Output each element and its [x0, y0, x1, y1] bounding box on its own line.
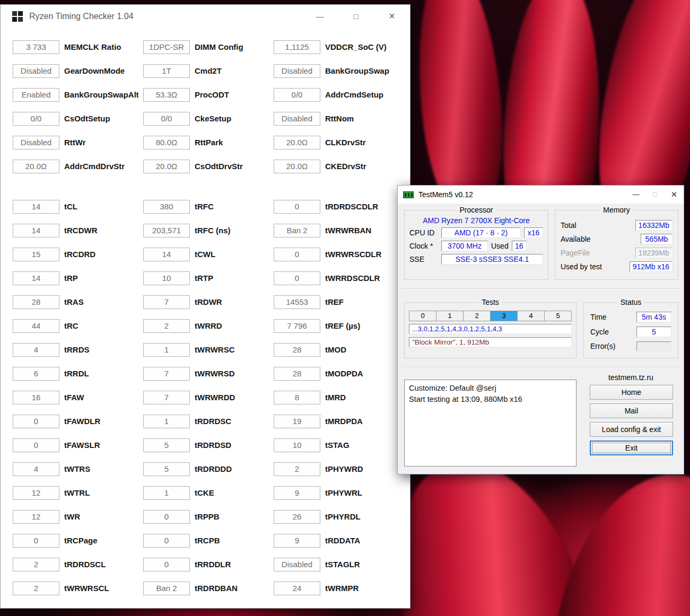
timing-value-trrddlr: 0 — [143, 558, 190, 571]
timing-value-twtrl: 12 — [13, 486, 59, 500]
config-label-vddcr-soc-v: VDDCR_SoC (V) — [325, 40, 399, 54]
timing-label-trrds: tRRDS — [64, 343, 138, 357]
minimize-button[interactable]: — — [626, 186, 645, 204]
config-value-procodt: 53.3Ω — [143, 88, 190, 102]
timing-label-tras: tRAS — [64, 295, 138, 309]
timing-label-tmrdpda: tMRDPDA — [325, 415, 399, 428]
timing-value-trcpb: 0 — [143, 534, 190, 548]
timing-label-twrwrban: tWRWRBAN — [325, 224, 399, 237]
memory-row-total: Total16332Mb — [561, 220, 672, 231]
close-button[interactable]: ✕ — [665, 186, 684, 204]
config-label-dimm-config: DIMM Config — [195, 40, 269, 54]
tm5-body: Processor AMD Ryzen 7 2700X Eight-Core C… — [398, 204, 684, 474]
timing-label-trcpage: tRCPage — [64, 534, 138, 548]
action-buttons: HomeMailLoad config & exitExit — [584, 385, 678, 455]
timing-label-trdrdscl: tRDRDSCL — [64, 558, 138, 571]
timing-value-twrwrban: Ban 2 — [274, 224, 320, 237]
timing-value-trp: 14 — [13, 271, 59, 285]
timing-value-trfc: 380 — [143, 200, 190, 214]
config-value-vddcr-soc-v: 1,1125 — [274, 40, 320, 54]
timing-value-tfawslr: 0 — [13, 438, 59, 452]
rtc-titlebar[interactable]: Ryzen Timing Checker 1.04 — □ ✕ — [1, 5, 410, 28]
timing-label-trdrdban: tRDRDBAN — [195, 582, 269, 595]
timing-value-trrdl: 6 — [13, 367, 59, 381]
config-label-bankgroupswapalt: BankGroupSwapAlt — [64, 88, 138, 102]
memory-used-by-test-label: Used by test — [561, 262, 602, 271]
timing-label-trdrdscdlr: tRDRDSCDLR — [325, 200, 399, 214]
memory-available-value: 565Mb — [641, 234, 672, 244]
tm5-window-title: TestMem5 v0.12 — [418, 190, 473, 199]
timing-label-twrwrdd: tWRWRDD — [195, 391, 269, 404]
test-cell-2: 2 — [463, 311, 491, 321]
status-group-title: Status — [617, 298, 645, 306]
timing-value-trppb: 0 — [143, 510, 190, 524]
close-button[interactable]: ✕ — [374, 5, 410, 28]
timing-label-tmodpda: tMODPDA — [325, 367, 399, 381]
memory-available-label: Available — [561, 235, 591, 243]
exit-button[interactable]: Exit — [590, 441, 673, 455]
tests-group-title: Tests — [478, 298, 502, 306]
timing-label-trcdwr: tRCDWR — [64, 224, 138, 237]
test-cell-5: 5 — [544, 311, 572, 321]
timing-value-trcdrd: 15 — [13, 248, 59, 261]
config-label-clkdrvstr: CLKDrvStr — [325, 136, 399, 149]
testmem5-window: TestMem5 v0.12 — □ ✕ Processor AMD Ryzen… — [397, 185, 684, 474]
cycle-label: Cycle — [590, 328, 609, 336]
timing-label-tfaw: tFAW — [64, 391, 138, 404]
timing-value-trdrdban: Ban 2 — [143, 582, 190, 595]
config-label-bankgroupswap: BankGroupSwap — [325, 64, 399, 78]
memory-pagefile-value: 18239Mb — [635, 248, 672, 258]
timing-value-tcwl: 14 — [143, 248, 190, 261]
timing-label-twrwrscl: tWRWRSCL — [64, 582, 138, 595]
test-log[interactable]: Customize: Default @serjStart testing at… — [404, 380, 577, 467]
config-label-rttpark: RttPark — [195, 136, 269, 149]
timing-label-twr: tWR — [64, 510, 138, 524]
used-value: 16 — [512, 241, 527, 251]
minimize-button[interactable]: — — [302, 5, 338, 28]
timing-label-tref: tREF — [325, 295, 399, 309]
time-label: Time — [590, 313, 607, 321]
clock-value: 3700 MHz — [441, 241, 488, 251]
memory-row-pagefile: PageFile18239Mb — [561, 248, 672, 258]
timing-value-trcdwr: 14 — [13, 224, 59, 237]
timing-value-tmod: 28 — [274, 343, 320, 357]
timing-label-twrwrscdlr: tWRWRSCDLR — [325, 248, 399, 261]
home-button[interactable]: Home — [590, 385, 673, 400]
timing-label-twrmpr: tWRMPR — [325, 582, 399, 595]
maximize-button[interactable]: □ — [645, 186, 665, 204]
test-number-cells: 012345 — [409, 311, 572, 321]
test-cell-1: 1 — [436, 311, 464, 321]
timing-label-tcwl: tCWL — [195, 248, 269, 261]
timing-value-tphywrd: 2 — [274, 462, 320, 476]
status-group: Status Time 5m 43s Cycle 5 Error(s) — [583, 302, 678, 358]
load-config-exit-button[interactable]: Load config & exit — [590, 422, 673, 437]
timing-value-twrmpr: 24 — [274, 582, 320, 595]
timing-label-trppb: tRPPB — [195, 510, 269, 524]
mail-button[interactable]: Mail — [590, 403, 673, 418]
config-value-addrcmddrvstr: 20.0Ω — [13, 160, 59, 173]
timing-label-trc: tRC — [64, 319, 138, 333]
test-cell-3: 3 — [490, 311, 518, 321]
memory-row-used-by-test: Used by test912Mb x16 — [561, 261, 672, 272]
cycle-value: 5 — [636, 327, 671, 337]
timing-value-twtrs: 4 — [13, 462, 59, 476]
timing-label-tphywrl: tPHYWRL — [325, 486, 399, 500]
timing-value-tmrd: 8 — [274, 391, 320, 404]
timing-label-tstaglr: tSTAGLR — [325, 558, 399, 571]
timing-label-trdrdsc: tRDRDSC — [195, 415, 269, 428]
timing-value-trddata: 9 — [274, 534, 320, 548]
maximize-button[interactable]: □ — [338, 5, 374, 28]
timing-label-twrrd: tWRRD — [195, 319, 269, 333]
timing-label-tmrd: tMRD — [325, 391, 399, 404]
config-value-ckedrvstr: 20.0Ω — [274, 160, 320, 173]
timing-value-twr: 12 — [13, 510, 59, 524]
memory-total-value: 16332Mb — [635, 220, 672, 231]
memory-group: Memory Total16332MbAvailable565MbPageFil… — [555, 210, 678, 280]
timing-label-trfc: tRFC — [195, 200, 269, 214]
config-value-rttpark: 80.0Ω — [143, 136, 190, 149]
tm5-titlebar[interactable]: TestMem5 v0.12 — □ ✕ — [398, 186, 684, 204]
timing-label-tphywrd: tPHYWRD — [325, 462, 399, 476]
ryzen-timing-checker-window: Ryzen Timing Checker 1.04 — □ ✕ 3 733MEM… — [0, 4, 410, 609]
config-label-addrcmdsetup: AddrCmdSetup — [325, 88, 399, 102]
config-value-addrcmdsetup: 0/0 — [274, 88, 320, 102]
